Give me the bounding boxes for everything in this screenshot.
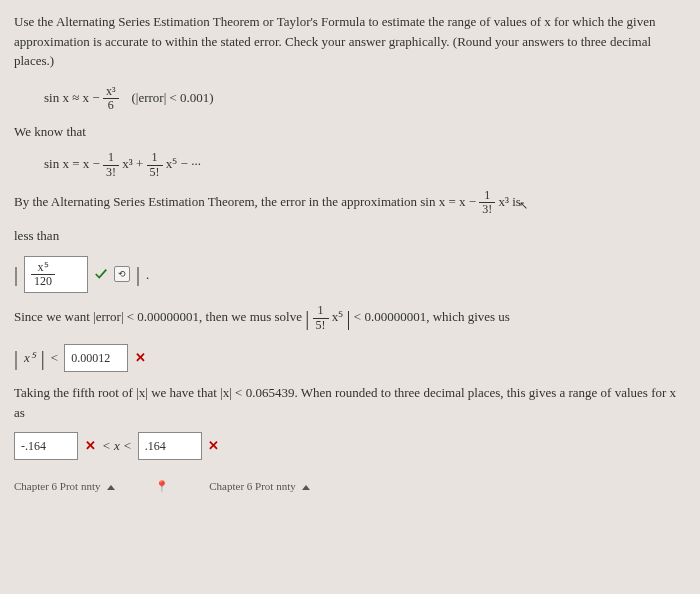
- since-post: < 0.00000001, which gives us: [354, 309, 510, 324]
- series-mid1: x³ +: [122, 156, 143, 171]
- thm-pre: By the Alternating Series Estimation The…: [14, 193, 476, 208]
- abs-bar-left: |: [14, 259, 18, 289]
- frac-num: x³: [103, 85, 119, 99]
- thm-post: x³ is: [499, 193, 521, 208]
- series-lhs: sin x = x −: [44, 156, 100, 171]
- answer2-lt: <: [51, 348, 58, 368]
- abs-bar-right: |: [136, 259, 140, 289]
- reset-icon[interactable]: ⟲: [114, 266, 130, 282]
- abs-bar-l2: |: [305, 307, 309, 329]
- theorem-statement: By the Alternating Series Estimation The…: [14, 189, 686, 216]
- taking-root: Taking the fifth root of |x| we have tha…: [14, 383, 686, 422]
- answer-3-right-input[interactable]: .164: [138, 432, 202, 460]
- approx-lhs: sin x ≈ x −: [44, 89, 100, 104]
- answer-2-row: | x⁵ | < 0.00012 ✕: [14, 343, 686, 373]
- problem-intro: Use the Alternating Series Estimation Th…: [14, 12, 686, 71]
- footer-right[interactable]: Chapter 6 Prot nnty: [209, 478, 310, 495]
- answer1-trailing: .: [146, 265, 149, 285]
- series-mid2: x⁵ − ···: [166, 156, 201, 171]
- abs-bar-r3: |: [41, 343, 45, 373]
- footer-left[interactable]: Chapter 6 Prot nnty: [14, 478, 115, 495]
- since-mid: x⁵: [332, 309, 344, 324]
- answer-3-row: -.164 ✕ < x < .164 ✕: [14, 432, 686, 460]
- caret-up-icon-2: [302, 485, 310, 490]
- approx-fraction: x³ 6: [103, 85, 119, 112]
- answer1-frac: x⁵ 120: [31, 261, 55, 288]
- series-frac-2: 1 5!: [147, 151, 163, 178]
- approximation-formula: sin x ≈ x − x³ 6 (|error| < 0.001): [44, 85, 686, 112]
- less-than-label: less than: [14, 226, 686, 246]
- series-frac-1: 1 3!: [103, 151, 119, 178]
- x-icon: ✕: [134, 352, 146, 364]
- abs-bar-r2: |: [347, 307, 351, 329]
- thm-frac: 1 3!: [479, 189, 495, 216]
- x-icon-3: ✕: [208, 440, 220, 452]
- check-icon: [94, 267, 108, 281]
- pin-icon: 📍: [155, 478, 169, 495]
- abs-bar-l3: |: [14, 343, 18, 373]
- since-frac: 1 5!: [313, 304, 329, 331]
- x-icon-2: ✕: [84, 440, 96, 452]
- caret-up-icon: [107, 485, 115, 490]
- we-know-that: We know that: [14, 122, 686, 142]
- answer-2-input[interactable]: 0.00012: [64, 344, 128, 372]
- footer-nav: Chapter 6 Prot nnty 📍 Chapter 6 Prot nnt…: [14, 478, 686, 495]
- error-bound: (|error| < 0.001): [132, 89, 214, 104]
- answer-1-input[interactable]: x⁵ 120: [24, 256, 88, 293]
- answer-1-row: | x⁵ 120 ⟲ | .: [14, 256, 686, 293]
- answer-3-left-input[interactable]: -.164: [14, 432, 78, 460]
- since-statement: Since we want |error| < 0.00000001, then…: [14, 303, 686, 333]
- cursor-icon: ↖: [519, 197, 528, 214]
- since-pre: Since we want |error| < 0.00000001, then…: [14, 309, 302, 324]
- answer2-lhs: x⁵: [24, 348, 35, 368]
- frac-den: 6: [103, 99, 119, 112]
- answer3-mid: < x <: [102, 436, 132, 456]
- series-expansion: sin x = x − 1 3! x³ + 1 5! x⁵ − ···: [44, 151, 686, 178]
